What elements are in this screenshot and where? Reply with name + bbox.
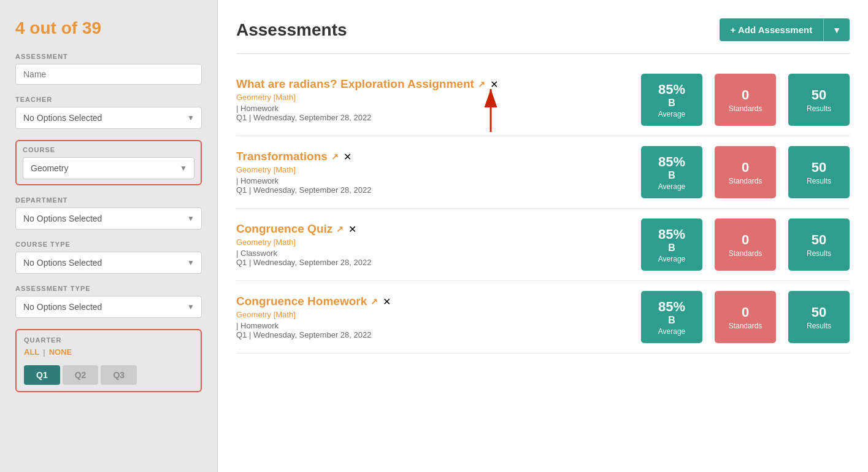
average-stat-box: 85% B Average bbox=[641, 146, 702, 198]
external-link-icon: ↗ bbox=[331, 152, 339, 161]
main-content: Assessments + Add Assessment ▼ What are … bbox=[218, 0, 868, 472]
average-stat-box: 85% B Average bbox=[641, 291, 702, 343]
average-label: Average bbox=[658, 255, 685, 263]
external-link-icon: ↗ bbox=[371, 296, 378, 306]
average-label: Average bbox=[658, 182, 685, 191]
course-type-filter-label: COURSE TYPE bbox=[15, 241, 202, 248]
assessment-type-select[interactable]: No Options Selected bbox=[15, 296, 202, 318]
assessment-type-filter-label: ASSESSMENT TYPE bbox=[15, 285, 202, 292]
department-select[interactable]: No Options Selected bbox=[15, 207, 202, 230]
assessment-item: Transformations ↗ ✕ Geometry [Math] | Ho… bbox=[236, 136, 850, 209]
assessment-info: Congruence Homework ↗ ✕ Geometry [Math] … bbox=[236, 295, 629, 339]
results-stat-box[interactable]: 50 Results bbox=[788, 219, 850, 271]
average-label: Average bbox=[658, 110, 685, 118]
assessment-title-link[interactable]: What are radians? Exploration Assignment… bbox=[236, 77, 485, 91]
results-value: 50 bbox=[812, 304, 826, 320]
average-value: 85% bbox=[658, 82, 685, 98]
page-title: Assessments bbox=[236, 20, 347, 40]
assessment-course: Geometry [Math] bbox=[236, 310, 629, 319]
results-stat-box[interactable]: 50 Results bbox=[788, 74, 850, 126]
assessment-date: Q1 | Wednesday, September 28, 2022 bbox=[236, 258, 629, 267]
quarter-all-link[interactable]: ALL bbox=[24, 347, 39, 357]
assessment-item: Congruence Quiz ↗ ✕ Geometry [Math] | Cl… bbox=[236, 209, 850, 281]
department-filter-section: DEPARTMENT No Options Selected ▼ bbox=[15, 196, 202, 230]
count-total: 39 bbox=[82, 18, 101, 37]
remove-assessment-icon[interactable]: ✕ bbox=[383, 296, 391, 308]
standards-label: Standards bbox=[729, 104, 762, 113]
quarter-links: ALL | NONE bbox=[24, 347, 193, 357]
assessment-info: Congruence Quiz ↗ ✕ Geometry [Math] | Cl… bbox=[236, 222, 629, 267]
external-link-icon: ↗ bbox=[478, 79, 485, 89]
standards-value: 0 bbox=[742, 232, 749, 248]
quarter-none-link[interactable]: NONE bbox=[49, 347, 72, 357]
department-filter-label: DEPARTMENT bbox=[15, 196, 202, 204]
teacher-filter-section: TEACHER No Options Selected ▼ bbox=[15, 96, 202, 129]
standards-stat-box: 0 Standards bbox=[715, 74, 776, 126]
assessment-filter-label: ASSESSMENT bbox=[15, 53, 202, 60]
average-value: 85% bbox=[658, 154, 685, 170]
quarter-buttons: Q1 Q2 Q3 bbox=[24, 365, 193, 385]
course-type-select[interactable]: No Options Selected bbox=[15, 252, 202, 274]
assessment-type: | Homework bbox=[236, 321, 629, 330]
assessment-date: Q1 | Wednesday, September 28, 2022 bbox=[236, 113, 629, 122]
assessment-date: Q1 | Wednesday, September 28, 2022 bbox=[236, 185, 629, 195]
assessment-title-link[interactable]: Transformations ↗ bbox=[236, 150, 339, 163]
assessment-title-link[interactable]: Congruence Quiz ↗ bbox=[236, 222, 344, 236]
sidebar: 4 out of 39 ASSESSMENT TEACHER No Option… bbox=[0, 0, 218, 472]
average-grade: B bbox=[668, 242, 675, 253]
standards-value: 0 bbox=[742, 304, 749, 320]
course-select[interactable]: Geometry bbox=[23, 157, 194, 179]
assessment-type-select-wrapper: No Options Selected ▼ bbox=[15, 296, 202, 318]
quarter-filter-label: QUARTER bbox=[24, 336, 193, 344]
assessment-course: Geometry [Math] bbox=[236, 165, 629, 174]
results-value: 50 bbox=[812, 87, 826, 103]
external-link-icon: ↗ bbox=[336, 224, 344, 234]
assessment-course: Geometry [Math] bbox=[236, 93, 629, 102]
assessment-info: What are radians? Exploration Assignment… bbox=[236, 77, 629, 122]
add-assessment-dropdown-icon[interactable]: ▼ bbox=[823, 19, 850, 41]
remove-assessment-icon[interactable]: ✕ bbox=[490, 79, 498, 90]
average-value: 85% bbox=[658, 299, 685, 315]
main-header: Assessments + Add Assessment ▼ bbox=[236, 18, 850, 41]
average-label: Average bbox=[658, 327, 685, 336]
assessment-item: What are radians? Exploration Assignment… bbox=[236, 64, 850, 136]
teacher-select[interactable]: No Options Selected bbox=[15, 107, 202, 129]
assessment-type: | Classwork bbox=[236, 249, 629, 258]
quarter-separator: | bbox=[43, 347, 45, 357]
assessments-list: What are radians? Exploration Assignment… bbox=[236, 64, 850, 354]
teacher-select-wrapper: No Options Selected ▼ bbox=[15, 107, 202, 129]
standards-stat-box: 0 Standards bbox=[715, 291, 776, 343]
standards-stat-box: 0 Standards bbox=[715, 219, 776, 271]
results-label: Results bbox=[807, 322, 831, 330]
results-value: 50 bbox=[812, 232, 826, 248]
average-grade: B bbox=[668, 98, 675, 109]
remove-assessment-icon[interactable]: ✕ bbox=[344, 151, 351, 163]
quarter-q2-button[interactable]: Q2 bbox=[63, 365, 99, 385]
header-divider bbox=[236, 53, 850, 54]
assessment-type-filter-section: ASSESSMENT TYPE No Options Selected ▼ bbox=[15, 285, 202, 318]
assessment-name-input[interactable] bbox=[15, 64, 202, 85]
remove-assessment-icon[interactable]: ✕ bbox=[348, 223, 356, 235]
assessment-date: Q1 | Wednesday, September 28, 2022 bbox=[236, 330, 629, 339]
course-filter-section: COURSE Geometry ▼ bbox=[15, 140, 202, 185]
add-assessment-button[interactable]: + Add Assessment ▼ bbox=[720, 18, 850, 41]
assessment-title-link[interactable]: Congruence Homework ↗ bbox=[236, 295, 378, 308]
standards-stat-box: 0 Standards bbox=[715, 146, 776, 198]
quarter-q1-button[interactable]: Q1 bbox=[24, 365, 60, 385]
results-label: Results bbox=[807, 249, 831, 258]
course-select-wrapper: Geometry ▼ bbox=[23, 157, 194, 179]
assessment-type: | Homework bbox=[236, 176, 629, 185]
results-label: Results bbox=[807, 177, 831, 185]
standards-label: Standards bbox=[729, 322, 762, 330]
course-type-filter-section: COURSE TYPE No Options Selected ▼ bbox=[15, 241, 202, 274]
standards-label: Standards bbox=[729, 177, 762, 185]
standards-label: Standards bbox=[729, 249, 762, 258]
average-grade: B bbox=[668, 315, 675, 326]
course-type-select-wrapper: No Options Selected ▼ bbox=[15, 252, 202, 274]
quarter-filter-section: QUARTER ALL | NONE Q1 Q2 Q3 bbox=[15, 329, 202, 392]
results-stat-box[interactable]: 50 Results bbox=[788, 146, 850, 198]
quarter-q3-button[interactable]: Q3 bbox=[101, 365, 137, 385]
results-stat-box[interactable]: 50 Results bbox=[788, 291, 850, 343]
add-assessment-label: + Add Assessment bbox=[720, 18, 824, 41]
course-filter-label: COURSE bbox=[23, 146, 194, 153]
